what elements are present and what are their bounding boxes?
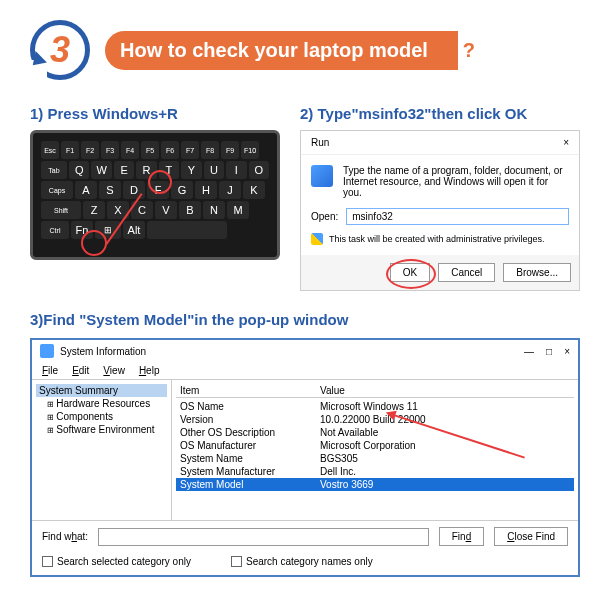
ok-button[interactable]: OK [390, 263, 430, 282]
menu-edit[interactable]: Edit [72, 365, 89, 376]
checkbox-category-names[interactable]: Search category names only [231, 556, 373, 567]
system-information-window: System Information — □ × File Edit View … [30, 338, 580, 577]
key-shift: Shift [41, 201, 81, 219]
key-tab: Tab [41, 161, 67, 179]
run-titlebar: Run × [301, 131, 579, 155]
key-f4: F4 [121, 141, 139, 159]
header-value: Value [320, 385, 570, 396]
step2-column: 2) Type"msinfo32"then click OK Run × Typ… [300, 105, 580, 291]
table-row[interactable]: OS ManufacturerMicrosoft Corporation [176, 439, 574, 452]
row-key: OS Manufacturer [180, 440, 320, 451]
browse-button[interactable]: Browse... [503, 263, 571, 282]
key-w: W [91, 161, 111, 179]
sysinfo-titlebar: System Information — □ × [32, 340, 578, 362]
key-i: I [226, 161, 246, 179]
table-row[interactable]: Version10.0.22000 Build 22000 [176, 413, 574, 426]
highlight-ok-icon [386, 259, 436, 289]
header-item: Item [180, 385, 320, 396]
maximize-icon[interactable]: □ [546, 346, 552, 357]
key-f5: F5 [141, 141, 159, 159]
key-z: Z [83, 201, 105, 219]
details-header: Item Value [176, 384, 574, 398]
window-controls: — □ × [524, 346, 570, 357]
table-row[interactable]: System ManufacturerDell Inc. [176, 465, 574, 478]
tree-item-hardware[interactable]: Hardware Resources [44, 397, 167, 410]
row-key: Other OS Description [180, 427, 320, 438]
question-mark: ? [463, 39, 475, 62]
open-label: Open: [311, 211, 338, 222]
key-f7: F7 [181, 141, 199, 159]
step1-title: 1) Press Windows+R [30, 105, 280, 122]
find-input[interactable] [98, 528, 429, 546]
sysinfo-app-icon [40, 344, 54, 358]
sysinfo-title: System Information [60, 346, 146, 357]
table-row-selected[interactable]: System ModelVostro 3669 [176, 478, 574, 491]
close-icon[interactable]: × [564, 346, 570, 357]
menu-view[interactable]: View [103, 365, 125, 376]
key-v: V [155, 201, 177, 219]
key-b: B [179, 201, 201, 219]
key-s: S [99, 181, 121, 199]
run-description: Type the name of a program, folder, docu… [343, 165, 569, 198]
run-app-icon [311, 165, 333, 187]
table-row[interactable]: OS NameMicrosoft Windows 11 [176, 400, 574, 413]
row-val: Microsoft Windows 11 [320, 401, 570, 412]
row-key: System Manufacturer [180, 466, 320, 477]
minimize-icon[interactable]: — [524, 346, 534, 357]
key-space [147, 221, 227, 239]
keyboard-image: Esc F1 F2 F3 F4 F5 F6 F7 F8 F9 F10 Tab Q… [30, 130, 280, 260]
key-f10: F10 [241, 141, 259, 159]
key-h: H [195, 181, 217, 199]
key-k: K [243, 181, 265, 199]
run-input[interactable] [346, 208, 569, 225]
find-bar: Find what: Find Close Find [32, 520, 578, 552]
close-find-button[interactable]: Close Find [494, 527, 568, 546]
highlight-win-icon [81, 230, 107, 256]
table-row[interactable]: Other OS DescriptionNot Available [176, 426, 574, 439]
key-f8: F8 [201, 141, 219, 159]
sysinfo-body: System Summary Hardware Resources Compon… [32, 380, 578, 520]
run-description-row: Type the name of a program, folder, docu… [311, 165, 569, 198]
privilege-text: This task will be created with administr… [329, 234, 545, 244]
checkbox-label: Search category names only [246, 556, 373, 567]
key-a: A [75, 181, 97, 199]
menu-file[interactable]: File [42, 365, 58, 376]
row-val: Vostro 3669 [320, 479, 570, 490]
row-val: Dell Inc. [320, 466, 570, 477]
key-j: J [219, 181, 241, 199]
key-y: Y [181, 161, 201, 179]
key-f9: F9 [221, 141, 239, 159]
key-esc: Esc [41, 141, 59, 159]
key-ctrl: Ctrl [41, 221, 69, 239]
sysinfo-menubar: File Edit View Help [32, 362, 578, 380]
key-alt: Alt [123, 221, 145, 239]
row-val: Microsoft Corporation [320, 440, 570, 451]
key-n: N [203, 201, 225, 219]
tree-item-components[interactable]: Components [44, 410, 167, 423]
row-val: BGS305 [320, 453, 570, 464]
find-button[interactable]: Find [439, 527, 484, 546]
key-f3: F3 [101, 141, 119, 159]
checkbox-selected-category[interactable]: Search selected category only [42, 556, 191, 567]
step-number: 3 [50, 29, 70, 71]
key-e: E [114, 161, 134, 179]
menu-help[interactable]: Help [139, 365, 160, 376]
tree-root[interactable]: System Summary [36, 384, 167, 397]
row-key: OS Name [180, 401, 320, 412]
row-val: 10.0.22000 Build 22000 [320, 414, 570, 425]
tree-item-software[interactable]: Software Environment [44, 423, 167, 436]
close-icon[interactable]: × [563, 137, 569, 148]
row-key: Version [180, 414, 320, 425]
run-title: Run [311, 137, 329, 148]
steps-row: 1) Press Windows+R Esc F1 F2 F3 F4 F5 F6… [30, 105, 580, 291]
find-options: Search selected category only Search cat… [32, 552, 578, 575]
run-privilege-note: This task will be created with administr… [311, 233, 569, 245]
row-key: System Model [180, 479, 320, 490]
key-f6: F6 [161, 141, 179, 159]
key-u: U [204, 161, 224, 179]
tree-panel: System Summary Hardware Resources Compon… [32, 380, 172, 520]
key-d: D [123, 181, 145, 199]
cancel-button[interactable]: Cancel [438, 263, 495, 282]
shield-icon [311, 233, 323, 245]
step3-title: 3)Find "System Model"in the pop-up windo… [30, 311, 580, 328]
